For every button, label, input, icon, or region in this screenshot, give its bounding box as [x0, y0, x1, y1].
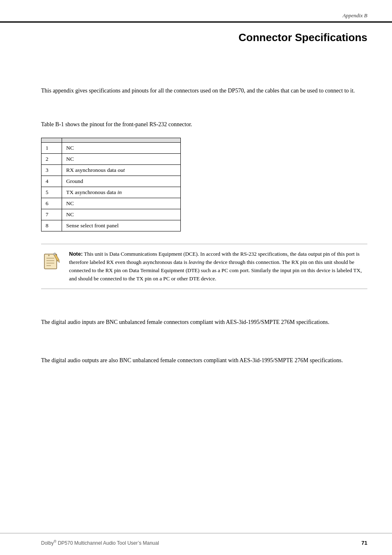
pin-signal: Ground — [62, 176, 180, 187]
pin-signal: RX asynchronous data out — [62, 164, 180, 176]
appendix-label: Appendix B — [343, 12, 367, 19]
table-row: 3 RX asynchronous data out — [42, 164, 181, 176]
note-italic-leaving: leaving — [189, 259, 204, 265]
note-section: ✦ Note: This unit is Data Communications… — [41, 244, 367, 289]
main-content: This appendix gives specifications and p… — [41, 58, 367, 365]
top-border — [0, 21, 392, 23]
pin-signal: NC — [62, 142, 180, 153]
pin-signal: NC — [62, 153, 180, 164]
bottom-border — [0, 533, 392, 534]
rs232-intro: Table B-1 shows the pinout for the front… — [41, 120, 367, 129]
table-row: 5 TX asynchronous data in — [42, 187, 181, 198]
footer: Dolby® DP570 Multichannel Audio Tool Use… — [41, 539, 367, 546]
page-title: Connector Specifications — [0, 25, 367, 44]
pin-signal: TX asynchronous data in — [62, 187, 180, 198]
note-icon: ✦ — [41, 250, 62, 271]
pin-number: 5 — [42, 187, 62, 198]
pencil-note-svg: ✦ — [42, 251, 62, 271]
pinout-table: 1 NC 2 NC 3 RX asynchronous data out 4 G… — [41, 138, 181, 231]
registered-trademark: ® — [54, 539, 57, 543]
intro-text: This appendix gives specifications and p… — [41, 86, 367, 95]
pin-number: 6 — [42, 198, 62, 209]
table-header-signal — [62, 138, 180, 142]
digital-outputs-text: The digital audio outputs are also BNC u… — [41, 356, 367, 365]
digital-inputs-text: The digital audio inputs are BNC unbalan… — [41, 318, 367, 327]
footer-manual-name: DP570 Multichannel Audio Tool User’s Man… — [58, 540, 159, 546]
footer-page-number: 71 — [362, 540, 367, 546]
note-label: Note: — [69, 251, 83, 257]
pin-signal: NC — [62, 209, 180, 220]
pin-number: 1 — [42, 142, 62, 153]
note-body: This unit is Data Communications Equipme… — [69, 251, 362, 282]
page: Appendix B Connector Specifications This… — [0, 0, 392, 555]
footer-left-text: Dolby® DP570 Multichannel Audio Tool Use… — [41, 539, 159, 546]
table-row: 2 NC — [42, 153, 181, 164]
svg-text:✦: ✦ — [48, 254, 50, 257]
italic-in: in — [118, 189, 122, 195]
pin-number: 3 — [42, 164, 62, 176]
table-row: 8 Sense select front panel — [42, 220, 181, 231]
pin-number: 7 — [42, 209, 62, 220]
table-row: 4 Ground — [42, 176, 181, 187]
table-header-pin — [42, 138, 62, 142]
pin-signal: Sense select front panel — [62, 220, 180, 231]
pin-number: 2 — [42, 153, 62, 164]
pin-signal: NC — [62, 198, 180, 209]
table-row: 1 NC — [42, 142, 181, 153]
pin-number: 4 — [42, 176, 62, 187]
pin-number: 8 — [42, 220, 62, 231]
table-row: 6 NC — [42, 198, 181, 209]
italic-out: out — [118, 167, 125, 173]
table-row: 7 NC — [42, 209, 181, 220]
note-text-content: Note: This unit is Data Communications E… — [69, 250, 367, 283]
